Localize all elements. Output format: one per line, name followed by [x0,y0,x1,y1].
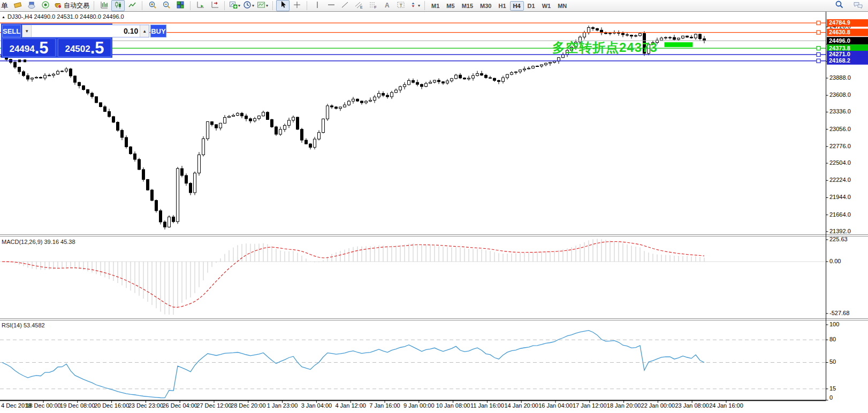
svg-text:24496.0: 24496.0 [829,37,850,44]
volume-decrease-button[interactable]: ▼ [22,25,32,37]
trendline-tool-button[interactable] [338,0,352,11]
svg-text:22224.0: 22224.0 [829,177,851,183]
svg-text:21664.0: 21664.0 [829,211,851,218]
toolbar-separator [424,1,425,10]
chat-button[interactable] [851,0,865,11]
chevron-down-icon: ▾ [238,4,240,8]
text-label-icon: T [397,1,405,11]
line-chart-icon [128,1,136,11]
horizontal-line-tool-button[interactable] [324,0,338,11]
svg-text:225.63: 225.63 [829,236,848,242]
horizontal-line-icon [327,1,336,11]
timeframe-m15[interactable]: M15 [459,1,476,11]
market-watch-icon [13,1,22,11]
toolbar-separator [307,1,307,10]
templates-button[interactable]: ▾ [256,0,269,11]
svg-text:26 Dec 04:00: 26 Dec 04:00 [162,402,197,409]
chart-canvas[interactable]: 24720.024440.024160.023888.023608.023336… [0,12,868,413]
channel-tool-button[interactable]: E [352,0,366,11]
chart-title-bar: ▲ DJ30-,H4 24490.0 24531.0 24480.0 24496… [2,13,124,20]
svg-text:24271.0: 24271.0 [829,51,850,57]
rsi-indicator-label: RSI(14) 53.4582 [2,322,45,328]
zoom-in-button[interactable] [146,0,159,11]
svg-text:15: 15 [829,385,836,392]
chevron-down-icon: ▾ [266,4,268,8]
vertical-line-icon [313,1,322,11]
svg-text:7 Jan 16:00: 7 Jan 16:00 [369,402,400,409]
autotrading-button[interactable]: 自动交易 [52,0,90,11]
svg-text:9 Jan 00:00: 9 Jan 00:00 [403,402,435,409]
toolbar-separator [94,1,94,10]
autotrading-icon [54,1,62,11]
time-axis[interactable]: 4 Dec 201818 Dec 00:0019 Dec 08:0020 Dec… [1,400,743,409]
svg-text:27 Dec 12:00: 27 Dec 12:00 [196,402,231,409]
svg-text:28 Dec 20:00: 28 Dec 20:00 [231,402,265,409]
line-chart-type-button[interactable] [125,0,139,11]
bar-chart-icon [100,1,109,11]
svg-text:24168.2: 24168.2 [829,57,850,64]
symbol-marker-icon: ▲ [2,15,5,19]
chart-shift-button[interactable] [208,0,221,11]
auto-scroll-button[interactable] [194,0,207,11]
ask-price-fraction: .5 [90,40,104,56]
svg-text:F: F [374,5,376,9]
crosshair-tool-button[interactable] [290,0,303,11]
pivot-annotation-text[interactable]: 多空转折点24373 [552,39,658,56]
new-order-button[interactable]: 单 [1,1,8,11]
volume-increase-button[interactable]: ▲ [140,25,149,37]
svg-text:0.00: 0.00 [829,258,841,264]
svg-text:24 Jan 16:00: 24 Jan 16:00 [709,402,743,409]
timeframe-mn[interactable]: MN [554,1,570,11]
candlestick-icon [114,1,123,11]
zoom-out-button[interactable] [159,0,173,11]
arrows-tool-button[interactable]: ▾ [408,0,421,11]
macd-indicator [2,239,704,315]
ask-price-display: 24502 .5 [58,39,111,57]
sell-button[interactable]: SELL [2,25,21,37]
volume-input[interactable] [32,25,140,37]
text-label-tool-button[interactable]: T [394,0,407,11]
toolbar-separator [142,1,142,10]
svg-text:23336.0: 23336.0 [829,108,851,114]
timeframe-m1[interactable]: M1 [428,1,443,11]
svg-text:18 Dec 00:00: 18 Dec 00:00 [26,402,60,409]
navigator-button[interactable] [25,0,38,11]
timeframe-d1[interactable]: D1 [524,1,538,11]
bar-chart-type-button[interactable] [97,0,111,11]
tile-windows-icon [176,1,185,11]
periods-button[interactable]: ▾ [242,0,255,11]
timeframe-w1[interactable]: W1 [539,1,554,11]
highlight-bar[interactable] [665,42,693,47]
channel-icon: E [355,1,363,11]
search-button[interactable] [833,0,846,11]
svg-text:11 Jan 16:00: 11 Jan 16:00 [470,402,504,409]
svg-text:21392.0: 21392.0 [829,228,851,234]
timeframe-h4[interactable]: H4 [510,1,524,11]
text-icon: A [383,1,391,11]
signal-button[interactable] [39,0,52,11]
svg-text:-527.68: -527.68 [829,310,849,316]
price-scale[interactable]: 24720.024440.024160.023888.023608.023336… [826,23,851,401]
indicators-button[interactable]: ▾ [228,0,241,11]
chart-shift-icon [210,1,219,11]
fibonacci-tool-button[interactable]: F [366,0,379,11]
svg-text:E: E [360,5,363,9]
svg-text:4 Jan 12:00: 4 Jan 12:00 [335,402,366,409]
tile-windows-button[interactable] [173,0,187,11]
vertical-line-tool-button[interactable] [310,0,324,11]
svg-text:14 Jan 20:00: 14 Jan 20:00 [504,402,538,409]
svg-text:17 Jan 12:00: 17 Jan 12:00 [573,402,607,409]
text-tool-button[interactable]: A [380,0,393,11]
timeframe-h1[interactable]: H1 [495,1,509,11]
svg-text:22 Jan 00:00: 22 Jan 00:00 [641,402,675,409]
zoom-in-icon [148,1,157,11]
candlestick-chart-type-button[interactable] [111,0,125,11]
panel-frame [0,12,868,401]
timeframe-m5[interactable]: M5 [443,1,458,11]
buy-button[interactable]: BUY [150,25,166,37]
timeframe-m30[interactable]: M30 [477,1,494,11]
cursor-tool-button[interactable] [276,0,290,11]
svg-text:0: 0 [829,394,833,401]
market-watch-button[interactable] [11,0,24,11]
svg-text:24784.9: 24784.9 [829,19,850,26]
